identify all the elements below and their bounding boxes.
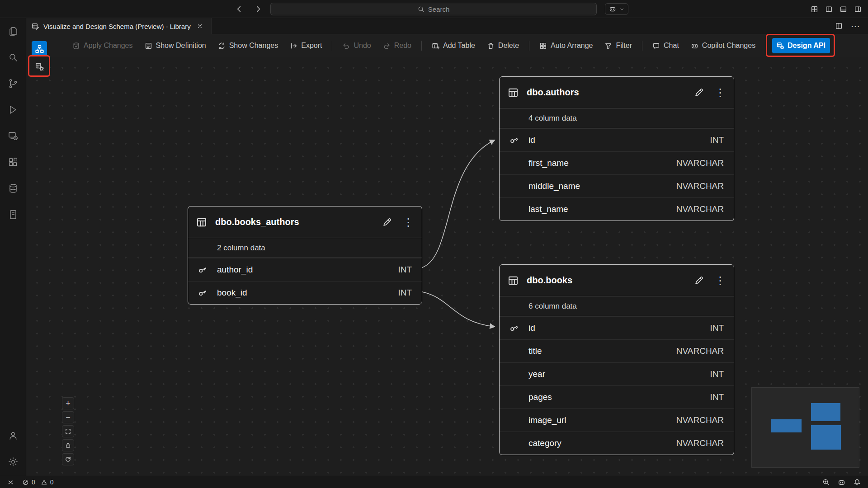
undo-button[interactable]: Undo <box>336 42 377 50</box>
table-row[interactable]: year INT <box>500 362 734 385</box>
trash-icon <box>487 42 495 50</box>
sidebar-item-database-projects[interactable] <box>0 202 26 228</box>
primary-key-icon <box>500 135 528 145</box>
schema-canvas[interactable]: dbo.books_authors ⋮ 2 column data author… <box>26 57 868 476</box>
add-table-button[interactable]: Add Table <box>426 42 481 50</box>
command-center-search[interactable]: Search <box>270 3 597 15</box>
table-row[interactable]: id INT <box>500 128 734 151</box>
sidebar-item-sql-server[interactable] <box>0 175 26 202</box>
copilot-icon[interactable] <box>838 479 845 486</box>
table-row[interactable]: book_id INT <box>188 281 422 304</box>
search-icon <box>418 6 425 13</box>
edit-table-button[interactable] <box>694 88 704 98</box>
table-row[interactable]: pages INT <box>500 385 734 408</box>
chat-button[interactable]: Chat <box>646 42 685 50</box>
table-row[interactable]: category NVARCHAR <box>500 432 734 455</box>
table-row[interactable]: title NVARCHAR <box>500 339 734 362</box>
add-table-icon <box>432 42 439 50</box>
sidebar-item-search[interactable] <box>0 44 26 70</box>
sidebar-item-explorer[interactable] <box>0 18 26 44</box>
zoom-in-button[interactable]: + <box>62 397 74 409</box>
relationship-connectors <box>26 57 868 476</box>
table-menu-button[interactable]: ⋮ <box>403 217 414 228</box>
toolbar-label: Redo <box>394 42 411 50</box>
lock-button[interactable] <box>62 439 74 451</box>
bell-icon[interactable] <box>854 479 861 486</box>
table-card-dbo-books-authors[interactable]: dbo.books_authors ⋮ 2 column data author… <box>188 206 422 305</box>
forward-button[interactable] <box>254 5 262 13</box>
zoom-out-button[interactable]: − <box>62 411 74 423</box>
split-editor-icon[interactable] <box>835 22 843 30</box>
sidebar-item-source-control[interactable] <box>0 70 26 97</box>
schema-diagram-icon <box>35 45 44 53</box>
sidebar-item-run-debug[interactable] <box>0 97 26 123</box>
edit-table-button[interactable] <box>382 217 392 227</box>
toggle-sidebar-right-icon[interactable] <box>854 5 862 13</box>
copilot-chat-button[interactable] <box>605 3 628 15</box>
remote-indicator[interactable] <box>7 479 14 486</box>
toolbar-label: Copilot Changes <box>702 42 755 50</box>
extensions-icon <box>8 157 19 168</box>
back-button[interactable] <box>235 5 243 13</box>
close-icon[interactable] <box>197 23 203 29</box>
table-menu-button[interactable]: ⋮ <box>715 87 726 98</box>
column-type: INT <box>398 288 412 298</box>
table-row[interactable]: first_name NVARCHAR <box>500 151 734 174</box>
toggle-sidebar-left-icon[interactable] <box>825 5 833 13</box>
relationship-author-id <box>422 140 495 267</box>
database-icon <box>8 183 19 194</box>
redo-button[interactable]: Redo <box>377 42 417 50</box>
toolbar-label: Undo <box>354 42 371 50</box>
show-definition-button[interactable]: Show Definition <box>139 42 212 50</box>
show-changes-button[interactable]: Show Changes <box>212 42 284 50</box>
primary-key-icon <box>188 265 217 275</box>
table-designer-button[interactable] <box>32 59 47 74</box>
toggle-panel-icon[interactable] <box>840 5 847 13</box>
apply-changes-button[interactable]: Apply Changes <box>66 42 139 50</box>
auto-arrange-button[interactable]: Auto Arrange <box>533 42 599 50</box>
sidebar-item-remote-explorer[interactable] <box>0 123 26 149</box>
table-row[interactable]: id INT <box>500 316 734 339</box>
account-icon <box>8 430 19 441</box>
toolbar-separator <box>642 41 642 51</box>
primary-key-icon <box>500 323 528 333</box>
table-row[interactable]: image_url NVARCHAR <box>500 408 734 432</box>
edit-table-button[interactable] <box>694 276 704 286</box>
table-card-dbo-authors[interactable]: dbo.authors ⋮ 4 column data id INT <box>499 76 734 221</box>
more-actions-icon[interactable]: ⋯ <box>851 22 860 31</box>
column-name: middle_name <box>528 181 580 191</box>
schema-designer-icon <box>32 23 39 30</box>
filter-button[interactable]: Filter <box>599 42 638 50</box>
table-row[interactable]: author_id INT <box>188 258 422 281</box>
remote-icon <box>7 479 14 486</box>
toolbar-label: Auto Arrange <box>551 42 593 50</box>
column-type: NVARCHAR <box>676 158 724 168</box>
column-type: INT <box>398 265 412 275</box>
tab-schema-designer[interactable]: Visualize and Design Schema (Preview) - … <box>26 18 212 34</box>
table-row[interactable]: last_name NVARCHAR <box>500 197 734 221</box>
designer-view-switcher <box>32 41 47 74</box>
design-api-button[interactable]: Design API <box>772 38 830 53</box>
copilot-changes-button[interactable]: Copilot Changes <box>685 42 761 50</box>
zoom-out-icon: − <box>66 413 71 422</box>
sidebar-item-extensions[interactable] <box>0 149 26 175</box>
problems-indicator[interactable]: 0 0 <box>22 479 54 486</box>
schema-diagram-view-button[interactable] <box>32 41 47 56</box>
table-row[interactable]: middle_name NVARCHAR <box>500 174 734 197</box>
diagram-minimap[interactable] <box>751 387 859 468</box>
sidebar-item-settings[interactable] <box>0 449 26 475</box>
sidebar-item-accounts[interactable] <box>0 422 26 449</box>
delete-button[interactable]: Delete <box>481 42 525 50</box>
customize-layout-icon[interactable] <box>811 5 818 13</box>
reset-view-button[interactable] <box>62 453 74 465</box>
files-icon <box>8 26 19 37</box>
toolbar-separator <box>332 41 332 51</box>
tab-bar: Visualize and Design Schema (Preview) - … <box>26 18 868 34</box>
table-menu-button[interactable]: ⋮ <box>715 275 726 286</box>
table-subtitle: 6 column data <box>500 296 734 316</box>
table-card-dbo-books[interactable]: dbo.books ⋮ 6 column data id INT <box>499 264 734 455</box>
export-button[interactable]: Export <box>284 42 328 50</box>
column-type: INT <box>710 323 724 333</box>
zoom-icon[interactable] <box>822 479 830 486</box>
fit-view-button[interactable] <box>62 425 74 437</box>
